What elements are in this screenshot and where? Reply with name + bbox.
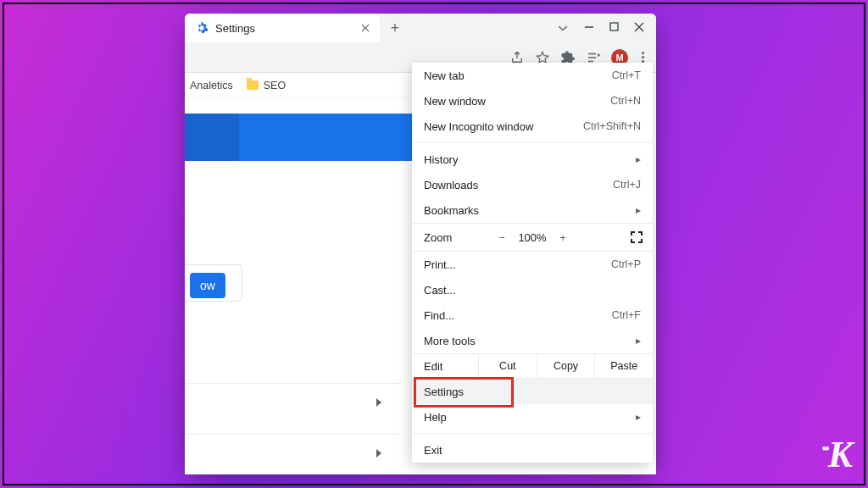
- edit-copy-button[interactable]: Copy: [537, 354, 595, 378]
- submenu-arrow-icon: ▸: [636, 204, 641, 216]
- menu-item-exit[interactable]: Exit: [412, 437, 653, 463]
- bookmark-label: Analetics: [190, 80, 233, 92]
- close-tab-icon[interactable]: [359, 22, 371, 34]
- submenu-arrow-icon: ▸: [636, 411, 641, 423]
- zoom-value: 100%: [514, 231, 551, 244]
- svg-rect-0: [610, 23, 618, 30]
- tab-strip: Settings +: [185, 14, 656, 42]
- new-tab-button[interactable]: +: [383, 16, 407, 40]
- tab-search-icon[interactable]: [557, 22, 569, 34]
- gear-icon: [195, 21, 209, 35]
- chevron-right-icon: [375, 398, 383, 407]
- menu-item-settings[interactable]: Settings: [412, 379, 653, 404]
- close-window-button[interactable]: [634, 22, 644, 34]
- primary-button-partial[interactable]: ow: [190, 273, 225, 298]
- bookmark-folder-analetics[interactable]: Analetics: [190, 80, 233, 92]
- menu-item-find[interactable]: Find... Ctrl+F: [412, 302, 653, 328]
- maximize-button[interactable]: [609, 22, 619, 34]
- overflow-menu: New tab Ctrl+T New window Ctrl+N New Inc…: [412, 63, 653, 463]
- menu-item-cast[interactable]: Cast...: [412, 277, 653, 302]
- fullscreen-icon[interactable]: [631, 231, 643, 243]
- menu-item-downloads[interactable]: Downloads Ctrl+J: [412, 172, 653, 197]
- edit-cut-button[interactable]: Cut: [478, 354, 537, 378]
- menu-item-print[interactable]: Print... Ctrl+P: [412, 252, 653, 277]
- watermark: ••K: [821, 433, 851, 476]
- menu-item-zoom: Zoom − 100% +: [412, 223, 653, 252]
- zoom-in-button[interactable]: +: [551, 231, 575, 244]
- folder-icon: [247, 80, 259, 90]
- menu-item-more-tools[interactable]: More tools ▸: [412, 328, 653, 353]
- bookmark-label: SEO: [264, 80, 286, 92]
- tab-settings[interactable]: Settings: [185, 14, 380, 42]
- submenu-arrow-icon: ▸: [636, 335, 641, 347]
- menu-item-new-window[interactable]: New window Ctrl+N: [412, 88, 653, 114]
- menu-item-bookmarks[interactable]: Bookmarks ▸: [412, 197, 653, 223]
- menu-item-edit: Edit Cut Copy Paste: [412, 353, 653, 379]
- expandable-row[interactable]: [185, 434, 400, 471]
- submenu-arrow-icon: ▸: [636, 153, 641, 165]
- tab-title: Settings: [215, 22, 255, 35]
- window-controls: [557, 22, 656, 34]
- avatar-initial: M: [615, 53, 623, 63]
- zoom-out-button[interactable]: −: [490, 231, 514, 244]
- chevron-right-icon: [375, 449, 383, 458]
- menu-item-new-tab[interactable]: New tab Ctrl+T: [412, 63, 653, 88]
- settings-banner: [185, 114, 422, 161]
- minimize-button[interactable]: [584, 22, 594, 34]
- menu-item-history[interactable]: History ▸: [412, 147, 653, 172]
- edit-paste-button[interactable]: Paste: [594, 354, 653, 378]
- menu-item-new-incognito[interactable]: New Incognito window Ctrl+Shift+N: [412, 114, 653, 139]
- expandable-row[interactable]: [185, 383, 400, 420]
- menu-item-help[interactable]: Help ▸: [412, 404, 653, 430]
- bookmark-folder-seo[interactable]: SEO: [247, 80, 286, 92]
